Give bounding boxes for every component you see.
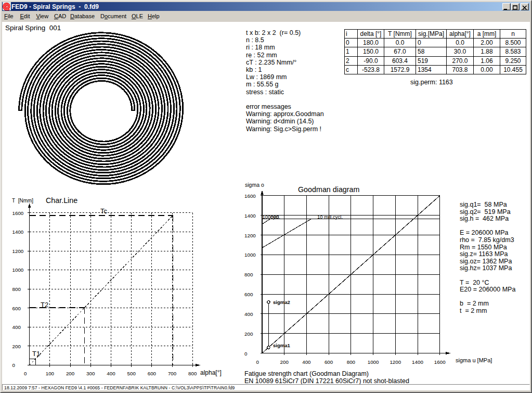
svg-text:600: 600 (148, 371, 157, 376)
svg-text:sigma1: sigma1 (273, 343, 290, 348)
svg-text:1200: 1200 (12, 248, 24, 254)
svg-text:100: 100 (46, 371, 55, 376)
svg-text:800: 800 (12, 286, 21, 292)
svg-text:0: 0 (24, 371, 27, 376)
svg-text:400: 400 (107, 371, 115, 376)
svg-text:T2: T2 (41, 301, 48, 309)
svg-text:0: 0 (12, 362, 16, 368)
svg-text:Goodman diagram: Goodman diagram (298, 185, 359, 194)
svg-text:400: 400 (12, 324, 21, 330)
svg-text:Tc: Tc (100, 207, 108, 215)
svg-text:600: 600 (12, 306, 21, 311)
svg-text:1600: 1600 (244, 193, 256, 199)
svg-text:400: 400 (302, 359, 311, 365)
svg-text:500: 500 (127, 371, 136, 376)
svg-text:10 mill.cycl.: 10 mill.cycl. (317, 214, 343, 220)
svg-text:alpha[°]: alpha[°] (200, 369, 222, 376)
svg-text:800: 800 (347, 359, 356, 365)
svg-text:300: 300 (86, 371, 95, 376)
svg-text:1200: 1200 (390, 359, 401, 365)
svg-text:1000: 1000 (244, 252, 256, 258)
svg-text:600: 600 (325, 359, 333, 365)
svg-text:1400: 1400 (12, 229, 24, 235)
svg-text:1400: 1400 (412, 359, 423, 365)
svg-text:1600: 1600 (12, 210, 24, 216)
svg-text:0: 0 (244, 351, 248, 357)
svg-text:200: 200 (12, 344, 21, 349)
svg-text:400: 400 (244, 311, 253, 317)
svg-text:1000: 1000 (368, 359, 379, 365)
svg-text:T1: T1 (32, 350, 40, 358)
svg-text:1200: 1200 (244, 233, 256, 238)
svg-text:sigma2: sigma2 (273, 299, 290, 305)
svg-text:800: 800 (188, 371, 197, 376)
svg-text:1600: 1600 (434, 359, 446, 365)
svg-text:Char.Line: Char.Line (46, 196, 77, 205)
svg-text:200: 200 (244, 331, 253, 337)
svg-text:sigma u [MPa]: sigma u [MPa] (456, 357, 492, 363)
svg-text:600: 600 (244, 291, 253, 297)
svg-text:cycl.: cycl. (270, 214, 280, 220)
svg-text:T [Nmm]: T [Nmm] (12, 198, 33, 204)
svg-text:0: 0 (256, 359, 259, 365)
svg-text:1400: 1400 (244, 213, 256, 219)
svg-text:200: 200 (66, 371, 75, 376)
svg-text:800: 800 (244, 272, 253, 277)
svg-text:700: 700 (168, 371, 177, 376)
svg-text:200: 200 (280, 359, 289, 365)
svg-text:1000: 1000 (12, 267, 24, 273)
svg-text:sigma o: sigma o (245, 182, 264, 188)
